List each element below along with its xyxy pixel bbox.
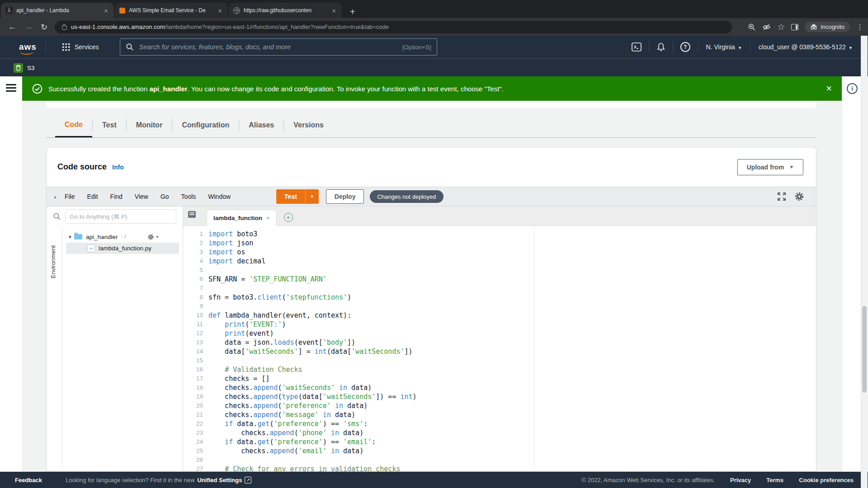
menu-file[interactable]: File: [65, 193, 75, 200]
editor-tab-lambda-function[interactable]: lambda_function ×: [207, 210, 277, 226]
upload-from-button[interactable]: Upload from ▼: [737, 159, 803, 175]
feedback-button[interactable]: Feedback: [15, 477, 42, 483]
favorite-s3[interactable]: S3: [14, 63, 35, 73]
code-area[interactable]: 1import boto32import json3import os4impo…: [183, 226, 816, 472]
tab-test[interactable]: Test: [93, 113, 126, 137]
back-icon[interactable]: ←: [8, 22, 16, 32]
zoom-icon[interactable]: [748, 23, 756, 31]
code-line[interactable]: 24 if data.get('preference') == 'email':: [183, 437, 816, 446]
bookmark-star-icon[interactable]: ☆: [777, 22, 785, 32]
file-list-icon[interactable]: [188, 211, 196, 218]
code-line[interactable]: 13 data = json.loads(event['body']): [183, 338, 816, 347]
menu-tools[interactable]: Tools: [181, 193, 196, 200]
caret-down-icon[interactable]: ▼: [68, 235, 74, 239]
code-line[interactable]: 14 data['waitSeconds'] = int(data['waitS…: [183, 347, 816, 356]
code-line[interactable]: 20 checks.append('preference' in data): [183, 401, 816, 410]
tab-code[interactable]: Code: [55, 113, 92, 137]
code-line[interactable]: 17 checks = []: [183, 374, 816, 383]
code-line[interactable]: 12 print(event): [183, 329, 816, 338]
settings-gear-icon[interactable]: [794, 192, 804, 202]
code-line[interactable]: 19 checks.append(type(data['waitSeconds'…: [183, 392, 816, 401]
menu-edit[interactable]: Edit: [87, 193, 98, 200]
code-line[interactable]: 8sfn = boto3.client('stepfunctions'): [183, 293, 816, 302]
hamburger-menu-icon[interactable]: [6, 84, 16, 92]
test-button[interactable]: Test ▼: [276, 189, 319, 204]
browser-tab-ses[interactable]: AWS Simple Email Service - De ×: [115, 3, 228, 18]
code-line[interactable]: 5: [183, 266, 816, 275]
menu-window[interactable]: Window: [208, 193, 231, 200]
code-line[interactable]: 21 checks.append('message' in data): [183, 410, 816, 419]
aws-logo[interactable]: aws: [19, 42, 37, 52]
footer-link-terms[interactable]: Terms: [766, 477, 783, 483]
code-line[interactable]: 11 print('EVENT:'): [183, 320, 816, 329]
code-line[interactable]: 1import boto3: [183, 230, 816, 239]
aws-search-box[interactable]: [Option+S]: [120, 38, 437, 56]
help-icon[interactable]: ?: [680, 42, 690, 52]
new-tab-button[interactable]: +: [346, 6, 359, 18]
goto-anything-input[interactable]: [65, 209, 176, 224]
code-line[interactable]: 25 checks.append('email' in data): [183, 446, 816, 455]
footer-link-privacy[interactable]: Privacy: [730, 477, 751, 483]
code-line[interactable]: 9: [183, 302, 816, 311]
footer-link-cookie-preferences[interactable]: Cookie preferences: [799, 477, 854, 483]
notifications-bell-icon[interactable]: [656, 42, 665, 52]
close-tab-icon[interactable]: ×: [217, 7, 223, 14]
new-editor-tab-icon[interactable]: +: [284, 213, 293, 222]
tree-settings-icon[interactable]: ▼: [147, 234, 159, 240]
fullscreen-icon[interactable]: [777, 192, 786, 201]
eye-off-icon[interactable]: [762, 23, 771, 31]
reload-icon[interactable]: ↻: [41, 22, 47, 32]
test-dropdown-icon[interactable]: ▼: [305, 189, 319, 204]
browser-menu-icon[interactable]: ⋮: [856, 23, 863, 31]
code-line[interactable]: 23 checks.append('phone' in data): [183, 428, 816, 437]
tab-configuration[interactable]: Configuration: [172, 113, 239, 137]
banner-close-icon[interactable]: ×: [826, 84, 832, 94]
region-selector[interactable]: N. Virginia▼: [706, 43, 742, 51]
close-tab-icon[interactable]: ×: [330, 7, 337, 14]
info-link[interactable]: Info: [112, 164, 124, 171]
collapse-panel-icon[interactable]: ▲: [53, 194, 57, 199]
scrollbar-thumb[interactable]: [862, 306, 867, 393]
unified-settings-link[interactable]: Unified Settings: [197, 477, 242, 483]
side-panel-icon[interactable]: [791, 24, 798, 30]
environment-tab[interactable]: Environment: [50, 245, 57, 278]
tree-file-row-selected[interactable]: ‹› lambda_function.py: [66, 243, 179, 254]
menu-view[interactable]: View: [135, 193, 148, 200]
browser-tab-github[interactable]: https://raw.githubuserconten ×: [229, 3, 342, 18]
code-line[interactable]: 16 # Validation Checks: [183, 365, 816, 374]
close-editor-tab-icon[interactable]: ×: [266, 215, 270, 221]
url-bar[interactable]: us-east-1.console.aws.amazon.com/lambda/…: [55, 21, 732, 33]
code-line-text: sfn = boto3.client('stepfunctions'): [208, 293, 351, 302]
code-line[interactable]: 3import os: [183, 248, 816, 257]
cloudshell-icon[interactable]: [632, 42, 642, 52]
tab-aliases[interactable]: Aliases: [239, 113, 283, 137]
code-line[interactable]: 18 checks.append('waitSeconds' in data): [183, 383, 816, 392]
code-line[interactable]: 6SFN_ARN = 'STEP_FUNCTION_ARN': [183, 275, 816, 284]
forward-icon[interactable]: →: [24, 22, 33, 32]
tab-monitor[interactable]: Monitor: [127, 113, 172, 137]
deploy-button[interactable]: Deploy: [326, 189, 364, 204]
menu-find[interactable]: Find: [110, 193, 123, 200]
tab-versions[interactable]: Versions: [284, 113, 333, 137]
code-line[interactable]: 10def lambda_handler(event, context):: [183, 311, 816, 320]
info-panel-icon[interactable]: i: [847, 83, 858, 94]
code-line[interactable]: 4import decimal: [183, 257, 816, 266]
test-button-label[interactable]: Test: [276, 189, 305, 204]
menu-go[interactable]: Go: [160, 193, 169, 200]
environment-tab-strip: Environment: [47, 226, 62, 472]
code-line[interactable]: 22 if data.get('preference') == 'sms':: [183, 419, 816, 428]
page-scrollbar[interactable]: [861, 36, 868, 488]
language-text: Looking for language selection? Find it …: [66, 477, 194, 483]
code-line[interactable]: 2import json: [183, 239, 816, 248]
close-tab-icon[interactable]: ×: [103, 7, 109, 14]
browser-tab-lambda[interactable]: λ api_handler - Lambda ×: [1, 3, 114, 18]
code-line-text: import decimal: [208, 257, 265, 266]
code-line[interactable]: 7: [183, 284, 816, 293]
tree-folder-row[interactable]: ▼ api_handler - / ▼: [62, 231, 183, 243]
code-line[interactable]: 26: [183, 455, 816, 465]
code-line[interactable]: 15: [183, 356, 816, 365]
services-menu[interactable]: Services: [62, 43, 99, 51]
code-line[interactable]: 27 # Check for any errors in validation …: [183, 465, 816, 472]
aws-search-input[interactable]: [138, 43, 398, 51]
account-menu[interactable]: cloud_user @ 0389-5536-5122▼: [759, 43, 853, 51]
